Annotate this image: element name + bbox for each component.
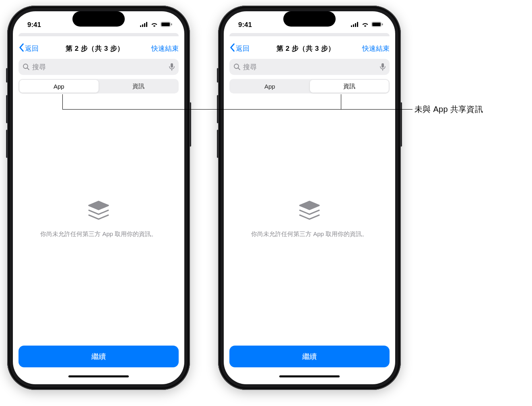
home-indicator[interactable] <box>224 373 395 384</box>
search-input[interactable]: 搜尋 <box>19 59 179 75</box>
segment-info[interactable]: 資訊 <box>310 80 389 93</box>
back-button[interactable]: 返回 <box>229 43 250 54</box>
svg-point-18 <box>234 64 239 68</box>
segment-info[interactable]: 資訊 <box>99 80 178 93</box>
battery-icon <box>371 21 383 29</box>
nav-bar: 返回 第 2 步（共 3 步） 快速結束 <box>224 39 395 57</box>
back-label: 返回 <box>25 44 39 53</box>
svg-rect-0 <box>140 25 141 27</box>
screen: 9:41 <box>13 11 184 384</box>
wifi-icon <box>151 21 158 29</box>
empty-message: 你尚未允許任何第三方 App 取用你的資訊。 <box>40 230 157 239</box>
screen: 9:41 <box>224 11 395 384</box>
dynamic-island <box>72 11 125 27</box>
bottom-bar: 繼續 <box>224 341 395 373</box>
svg-rect-20 <box>381 63 384 68</box>
segment-info-label: 資訊 <box>132 83 144 90</box>
callout-connector <box>62 109 341 110</box>
svg-rect-1 <box>142 25 143 27</box>
segment-app[interactable]: App <box>230 80 309 93</box>
svg-rect-12 <box>353 25 354 27</box>
content-empty: 你尚未允許任何第三方 App 取用你的資訊。 <box>13 97 184 341</box>
back-label: 返回 <box>236 44 250 53</box>
search-wrap: 搜尋 <box>224 57 395 79</box>
nav-title: 第 2 步（共 3 步） <box>66 44 124 53</box>
status-time: 9:41 <box>238 21 252 29</box>
search-wrap: 搜尋 <box>13 57 184 79</box>
battery-icon <box>161 21 172 29</box>
svg-rect-14 <box>357 22 358 27</box>
wifi-icon <box>361 21 369 29</box>
search-icon <box>23 63 30 70</box>
continue-button[interactable]: 繼續 <box>229 346 390 367</box>
svg-point-7 <box>23 64 28 68</box>
stack-icon <box>87 200 111 222</box>
quick-exit-button[interactable]: 快速結束 <box>151 44 179 53</box>
svg-rect-2 <box>144 23 145 27</box>
phone-right: 9:41 <box>218 6 401 390</box>
nav-bar: 返回 第 2 步（共 3 步） 快速結束 <box>13 39 184 57</box>
svg-rect-17 <box>382 23 383 25</box>
callout-connector <box>341 109 412 110</box>
search-placeholder: 搜尋 <box>243 62 377 72</box>
nav-title: 第 2 步（共 3 步） <box>276 44 335 53</box>
segment-app[interactable]: App <box>19 80 99 93</box>
dynamic-island <box>283 11 336 27</box>
volume-up-button[interactable] <box>6 68 8 83</box>
svg-rect-16 <box>372 23 381 26</box>
volume-down-button[interactable] <box>6 95 8 123</box>
bottom-bar: 繼續 <box>13 341 184 373</box>
stage: 9:41 <box>0 0 532 406</box>
segmented-wrap: App 資訊 <box>224 79 395 97</box>
volume-up-button[interactable] <box>217 68 219 83</box>
mic-icon[interactable] <box>380 63 386 71</box>
svg-rect-9 <box>171 63 173 68</box>
segment-app-label: App <box>264 83 275 90</box>
callout-label: 未與 App 共享資訊 <box>414 104 483 115</box>
sheet-handle <box>13 35 184 39</box>
sheet-handle <box>224 35 395 39</box>
search-icon <box>233 63 241 70</box>
continue-button[interactable]: 繼續 <box>19 346 179 367</box>
back-button[interactable]: 返回 <box>19 43 39 54</box>
empty-message: 你尚未允許任何第三方 App 取用你的資訊。 <box>251 230 368 239</box>
action-button[interactable] <box>6 130 8 158</box>
search-placeholder: 搜尋 <box>32 62 167 72</box>
quick-exit-button[interactable]: 快速結束 <box>362 44 390 53</box>
svg-line-8 <box>27 68 29 70</box>
search-input[interactable]: 搜尋 <box>229 59 390 75</box>
action-button[interactable] <box>217 130 219 158</box>
stack-icon <box>297 200 322 222</box>
cellular-icon <box>140 21 148 29</box>
svg-line-19 <box>238 68 240 70</box>
callout-connector <box>62 94 63 110</box>
svg-rect-11 <box>351 25 352 27</box>
callout-connector <box>341 94 341 110</box>
chevron-left-icon <box>19 43 24 54</box>
status-time: 9:41 <box>27 21 41 29</box>
home-indicator[interactable] <box>13 373 184 384</box>
svg-rect-5 <box>161 23 170 26</box>
phone-left: 9:41 <box>7 6 190 390</box>
segmented-control: App 資訊 <box>229 79 390 93</box>
chevron-left-icon <box>229 43 235 54</box>
svg-rect-6 <box>171 23 172 25</box>
mic-icon[interactable] <box>169 63 175 71</box>
segmented-wrap: App 資訊 <box>13 79 184 97</box>
content-empty: 你尚未允許任何第三方 App 取用你的資訊。 <box>224 97 395 341</box>
status-right <box>140 21 172 29</box>
svg-rect-13 <box>355 23 356 27</box>
segmented-control: App 資訊 <box>19 79 179 93</box>
segment-info-label: 資訊 <box>343 83 355 90</box>
cellular-icon <box>351 21 359 29</box>
svg-rect-3 <box>146 22 147 27</box>
status-right <box>351 21 383 29</box>
segment-app-label: App <box>54 83 64 90</box>
